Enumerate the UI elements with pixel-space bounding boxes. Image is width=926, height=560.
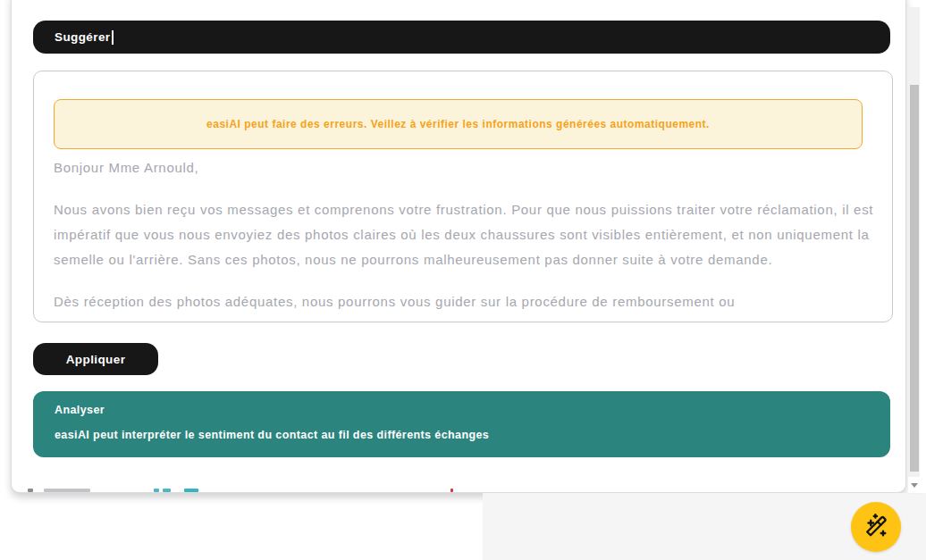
apply-button[interactable]: Appliquer — [33, 343, 158, 375]
clipped-content-fragment — [44, 489, 90, 492]
magic-wand-icon — [863, 513, 889, 542]
message-paragraph: Nous avons bien reçu vos messages et com… — [54, 197, 880, 272]
analyser-description: easiAI peut interpréter le sentiment du … — [55, 429, 869, 441]
generated-message-body: Bonjour Mme Arnould, Nous avons bien reç… — [54, 155, 880, 322]
message-greeting: Bonjour Mme Arnould, — [54, 155, 880, 180]
easiai-suggestion-panel: Suggérer easiAI peut faire des erreurs. … — [11, 0, 906, 493]
apply-button-label: Appliquer — [66, 353, 126, 366]
suggest-button-label: Suggérer — [55, 30, 110, 44]
analyser-option[interactable]: Analyser easiAI peut interpréter le sent… — [33, 391, 890, 457]
chevron-down-icon — [911, 483, 918, 488]
clipped-content-fragment — [28, 489, 33, 492]
vertical-scrollbar[interactable] — [908, 7, 920, 494]
easiai-assistant-screen: Suggérer easiAI peut faire des erreurs. … — [0, 0, 926, 560]
generated-message-card[interactable]: easiAI peut faire des erreurs. Veillez à… — [33, 71, 893, 322]
scrollbar-thumb[interactable] — [910, 85, 919, 472]
clipped-content-fragment — [163, 489, 171, 492]
clipped-content-fragment — [184, 489, 198, 492]
scrollbar-down-button[interactable] — [908, 477, 920, 493]
ai-disclaimer-text: easiAI peut faire des erreurs. Veillez à… — [206, 118, 710, 130]
text-caret — [112, 30, 114, 45]
analyser-title: Analyser — [55, 404, 869, 416]
suggest-button[interactable]: Suggérer — [33, 21, 890, 54]
clipped-content-fragment — [154, 489, 159, 492]
ai-disclaimer-banner: easiAI peut faire des erreurs. Veillez à… — [54, 99, 863, 149]
easiai-fab-button[interactable] — [851, 502, 901, 552]
message-paragraph-truncated: Dès réception des photos adéquates, nous… — [54, 289, 880, 314]
clipped-content-fragment — [450, 489, 453, 492]
